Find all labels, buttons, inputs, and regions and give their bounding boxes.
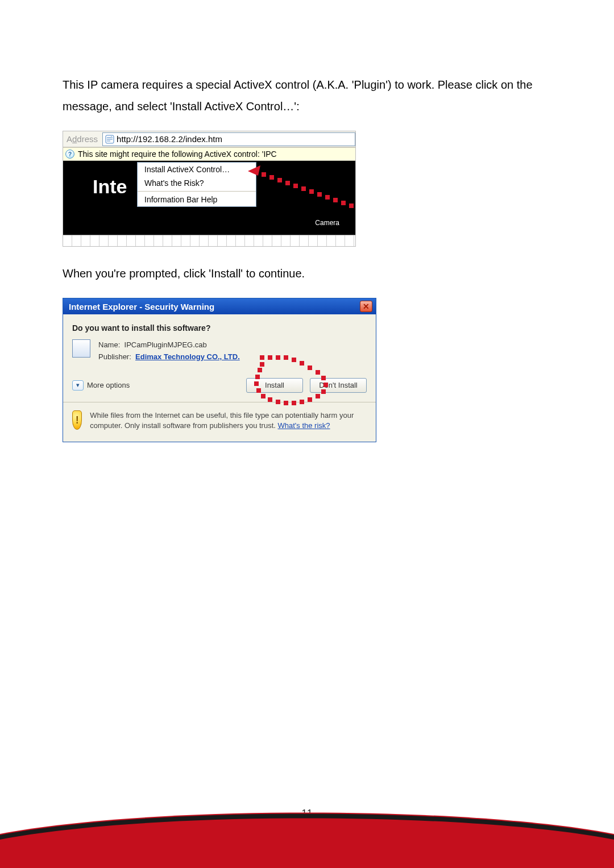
publisher-link[interactable]: Edimax Technology CO., LTD. xyxy=(135,352,240,361)
callout-arrow-icon xyxy=(226,355,368,412)
dialog-question: Do you want to install this software? xyxy=(72,323,367,333)
svg-rect-37 xyxy=(258,368,262,372)
svg-rect-18 xyxy=(284,355,288,360)
software-name: IPCamPluginMJPEG.cab xyxy=(125,340,207,349)
more-options-label: More options xyxy=(87,381,130,389)
address-url: http://192.168.2.2/index.htm xyxy=(117,134,222,144)
svg-rect-5 xyxy=(285,181,290,185)
warning-shield-icon: ! xyxy=(72,410,82,430)
close-icon: ✕ xyxy=(363,302,370,311)
svg-rect-26 xyxy=(316,394,320,398)
svg-rect-16 xyxy=(268,355,272,360)
menu-info-bar-help[interactable]: Information Bar Help xyxy=(138,193,256,206)
page-logo-text: Inte xyxy=(93,176,127,198)
svg-rect-10 xyxy=(325,195,330,200)
svg-rect-34 xyxy=(256,388,261,393)
svg-rect-20 xyxy=(300,361,304,366)
paragraph-2: When you're prompted, click 'Install' to… xyxy=(63,263,551,284)
menu-separator xyxy=(138,191,256,192)
svg-rect-27 xyxy=(308,397,312,402)
svg-rect-7 xyxy=(301,186,306,191)
menu-install-activex[interactable]: Install ActiveX Control… xyxy=(138,163,256,176)
svg-rect-11 xyxy=(333,198,338,202)
ruler-decoration xyxy=(63,235,355,246)
name-label: Name: xyxy=(98,340,120,349)
whats-the-risk-link[interactable]: What's the risk? xyxy=(278,421,330,430)
svg-rect-2 xyxy=(262,172,266,177)
svg-rect-30 xyxy=(284,401,288,405)
svg-rect-33 xyxy=(261,394,265,398)
svg-rect-31 xyxy=(276,400,280,404)
svg-rect-15 xyxy=(260,355,264,360)
svg-rect-6 xyxy=(293,184,298,188)
svg-rect-25 xyxy=(321,389,326,394)
svg-rect-19 xyxy=(292,358,296,362)
svg-rect-23 xyxy=(321,376,326,380)
chevron-down-icon: ▾ xyxy=(72,380,84,391)
svg-rect-22 xyxy=(316,370,320,375)
svg-rect-3 xyxy=(269,175,274,180)
info-shield-icon: ? xyxy=(65,149,74,159)
svg-rect-13 xyxy=(349,203,354,208)
info-bar-text: This site might require the following Ac… xyxy=(78,149,277,159)
svg-rect-32 xyxy=(268,397,272,402)
callout-arrow-icon xyxy=(248,165,356,222)
menu-whats-the-risk[interactable]: What's the Risk? xyxy=(138,176,256,190)
paragraph-1: This IP camera requires a special Active… xyxy=(63,74,551,117)
svg-rect-9 xyxy=(317,192,322,197)
svg-rect-24 xyxy=(323,383,328,387)
dialog-title: Internet Explorer - Security Warning xyxy=(69,302,214,312)
svg-rect-38 xyxy=(260,362,264,367)
close-button[interactable]: ✕ xyxy=(360,301,372,312)
svg-rect-8 xyxy=(309,189,314,194)
svg-rect-36 xyxy=(255,375,260,379)
svg-rect-4 xyxy=(277,178,282,182)
svg-rect-29 xyxy=(292,401,296,405)
svg-rect-35 xyxy=(254,381,259,386)
svg-rect-12 xyxy=(341,201,346,205)
context-menu: Install ActiveX Control… What's the Risk… xyxy=(137,162,256,207)
svg-marker-1 xyxy=(248,165,260,176)
footer-decoration xyxy=(0,800,614,868)
information-bar[interactable]: ? This site might require the following … xyxy=(63,147,355,161)
address-label: Address xyxy=(63,134,101,144)
svg-rect-28 xyxy=(300,400,304,404)
svg-rect-17 xyxy=(276,355,280,360)
ie-infobar-screenshot: Address http://192.168.2.2/index.htm ? T… xyxy=(63,131,356,247)
svg-rect-21 xyxy=(308,366,312,370)
dialog-footer-text: While files from the Internet can be use… xyxy=(90,410,367,432)
address-bar[interactable]: http://192.168.2.2/index.htm xyxy=(102,132,355,146)
more-options-toggle[interactable]: ▾ More options xyxy=(72,380,130,391)
ie-page-icon xyxy=(105,135,114,144)
publisher-label: Publisher: xyxy=(98,352,131,361)
software-icon xyxy=(72,339,90,358)
security-warning-dialog: Internet Explorer - Security Warning ✕ D… xyxy=(63,298,376,442)
